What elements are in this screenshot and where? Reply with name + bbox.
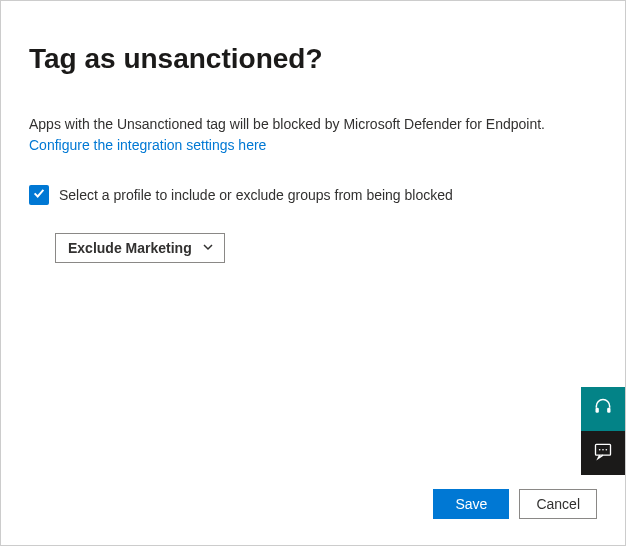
checkmark-icon bbox=[32, 186, 46, 204]
dialog-description: Apps with the Unsanctioned tag will be b… bbox=[29, 115, 597, 135]
configure-link[interactable]: Configure the integration settings here bbox=[29, 137, 597, 153]
headset-icon bbox=[593, 397, 613, 421]
profile-checkbox-row: Select a profile to include or exclude g… bbox=[29, 185, 597, 205]
chevron-down-icon bbox=[202, 240, 214, 256]
profile-dropdown[interactable]: Exclude Marketing bbox=[55, 233, 225, 263]
close-button[interactable] bbox=[587, 13, 611, 37]
profile-checkbox[interactable] bbox=[29, 185, 49, 205]
help-button[interactable] bbox=[581, 387, 625, 431]
dialog-title: Tag as unsanctioned? bbox=[29, 43, 597, 75]
profile-checkbox-label: Select a profile to include or exclude g… bbox=[59, 187, 453, 203]
dialog-footer: Save Cancel bbox=[29, 489, 597, 521]
cancel-button[interactable]: Cancel bbox=[519, 489, 597, 519]
unsanctioned-dialog: Tag as unsanctioned? Apps with the Unsan… bbox=[0, 0, 626, 546]
feedback-icon bbox=[593, 441, 613, 465]
svg-point-6 bbox=[602, 449, 604, 451]
dropdown-selected: Exclude Marketing bbox=[68, 240, 192, 256]
svg-rect-2 bbox=[596, 408, 599, 413]
svg-point-7 bbox=[606, 449, 608, 451]
save-button[interactable]: Save bbox=[433, 489, 509, 519]
feedback-button[interactable] bbox=[581, 431, 625, 475]
svg-point-5 bbox=[599, 449, 601, 451]
svg-rect-3 bbox=[607, 408, 610, 413]
side-actions bbox=[581, 387, 625, 475]
